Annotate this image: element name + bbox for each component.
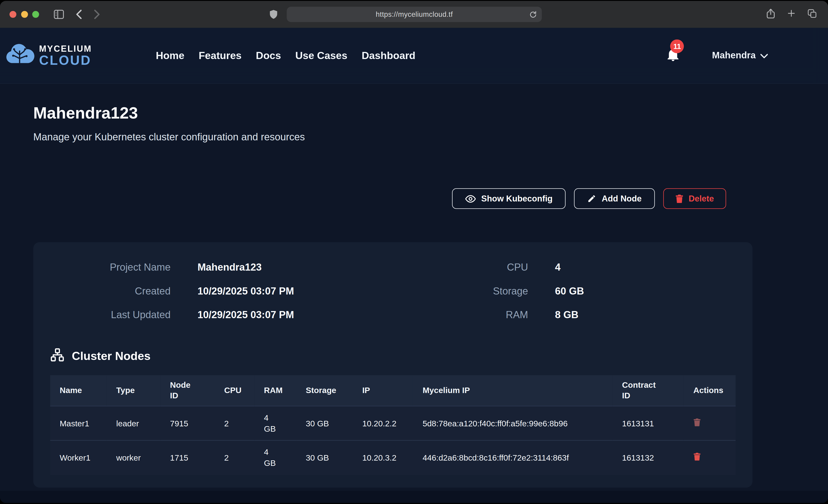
share-icon[interactable] [766, 8, 775, 21]
col-header-ram: RAM [254, 375, 296, 406]
cell-ram: 4 GB [254, 406, 296, 440]
notifications-button[interactable]: 11 [667, 48, 679, 64]
minimize-window-button[interactable] [21, 11, 28, 18]
logo-text: MYCELIUM CLOUD [39, 44, 92, 67]
cell-node-id: 7915 [160, 406, 215, 440]
cell-storage: 30 GB [296, 406, 353, 440]
chevron-down-icon [760, 50, 768, 61]
created-label: Created [50, 283, 170, 299]
col-header-cpu: CPU [215, 375, 254, 406]
sidebar-toggle-icon[interactable] [53, 9, 64, 19]
col-header-storage: Storage [296, 375, 353, 406]
site-header: MYCELIUM CLOUD Home Features Docs Use Ca… [0, 28, 828, 84]
nodes-table: Name Type Node ID CPU RAM Storage IP Myc… [50, 375, 736, 474]
cell-cpu: 2 [215, 406, 254, 440]
close-window-button[interactable] [9, 11, 16, 18]
reload-icon[interactable] [529, 10, 537, 21]
cell-actions [684, 406, 736, 440]
table-row-worker1: Worker1 worker 1715 2 4 GB 30 GB 10.20.3… [50, 440, 736, 474]
cpu-label: CPU [371, 259, 528, 276]
zoom-window-button[interactable] [32, 11, 39, 18]
cpu-value: 4 [528, 259, 736, 276]
cell-type: worker [107, 440, 160, 474]
cluster-nodes-title: Cluster Nodes [72, 349, 151, 363]
cluster-actions-row: Show Kubeconfig Add Node Delete [33, 188, 828, 209]
nav-item-home[interactable]: Home [156, 49, 184, 61]
add-node-label: Add Node [602, 194, 641, 203]
cell-storage: 30 GB [296, 440, 353, 474]
cell-mycelium-ip: 5d8:78ea:a120:f40c:ff0f:a5fe:99e6:8b96 [413, 406, 613, 440]
user-menu[interactable]: Mahendra [712, 50, 768, 61]
nav-item-docs[interactable]: Docs [256, 49, 281, 61]
cell-node-id: 1715 [160, 440, 215, 474]
delete-label: Delete [689, 194, 714, 203]
cell-contract-id: 1613131 [613, 406, 684, 440]
browser-nav-buttons [53, 9, 100, 19]
eye-icon [465, 194, 476, 203]
privacy-shield-icon[interactable] [270, 10, 277, 21]
browser-window: https://myceliumcloud.tf [0, 1, 828, 503]
col-header-mycelium-ip: Mycelium IP [413, 375, 613, 406]
tab-overview-icon[interactable] [807, 8, 817, 20]
traffic-lights [9, 11, 39, 18]
project-name-label: Project Name [50, 259, 170, 276]
cluster-nodes-heading: Cluster Nodes [50, 348, 736, 364]
last-updated-value: 10/29/2025 03:07 PM [170, 306, 371, 323]
col-header-type: Type [107, 375, 160, 406]
page-footer [0, 491, 828, 503]
ram-label: RAM [371, 306, 528, 323]
back-button-icon[interactable] [76, 9, 83, 19]
notification-badge: 11 [670, 40, 684, 53]
logo-line1: MYCELIUM [39, 44, 92, 53]
col-header-actions: Actions [684, 375, 736, 406]
cell-ram: 4 GB [254, 440, 296, 474]
nav-item-dashboard[interactable]: Dashboard [362, 49, 415, 61]
cell-contract-id: 1613132 [613, 440, 684, 474]
forward-button-icon[interactable] [93, 9, 100, 19]
delete-cluster-button[interactable]: Delete [663, 188, 726, 209]
page-title: Mahendra123 [33, 103, 828, 123]
logo-line2: CLOUD [39, 54, 92, 67]
storage-label: Storage [371, 283, 528, 299]
storage-value: 60 GB [528, 283, 736, 299]
new-tab-icon[interactable] [787, 9, 796, 20]
page-content: Mahendra123 Manage your Kubernetes clust… [0, 28, 828, 503]
created-value: 10/29/2025 03:07 PM [170, 283, 371, 299]
pencil-icon [587, 194, 596, 203]
cell-name: Worker1 [50, 440, 107, 474]
network-nodes-icon [50, 348, 64, 364]
nodes-table-header-row: Name Type Node ID CPU RAM Storage IP Myc… [50, 375, 736, 406]
cell-ip: 10.20.3.2 [353, 440, 413, 474]
delete-node-icon[interactable] [693, 452, 701, 462]
mycelium-cloud-logo[interactable]: MYCELIUM CLOUD [5, 42, 92, 69]
bell-icon [667, 54, 679, 63]
nav-item-features[interactable]: Features [199, 49, 242, 61]
nav-item-use-cases[interactable]: Use Cases [295, 49, 347, 61]
col-header-node-id: Node ID [160, 375, 215, 406]
cell-cpu: 2 [215, 440, 254, 474]
main-nav: Home Features Docs Use Cases Dashboard [156, 49, 415, 61]
project-name-value: Mahendra123 [170, 259, 371, 276]
last-updated-label: Last Updated [50, 306, 170, 323]
ram-value: 8 GB [528, 306, 736, 323]
user-name: Mahendra [712, 50, 756, 61]
cluster-details: Project Name Mahendra123 CPU 4 Created 1… [50, 259, 736, 323]
col-header-contract-id: Contract ID [613, 375, 684, 406]
page: Mahendra123 Manage your Kubernetes clust… [0, 28, 828, 503]
cloud-logo-icon [5, 42, 35, 69]
col-header-ip: IP [353, 375, 413, 406]
stage: https://myceliumcloud.tf [0, 1, 828, 504]
add-node-button[interactable]: Add Node [574, 188, 655, 209]
cell-ip: 10.20.2.2 [353, 406, 413, 440]
delete-node-icon[interactable] [693, 418, 701, 428]
address-bar[interactable]: https://myceliumcloud.tf [287, 7, 542, 22]
col-header-name: Name [50, 375, 107, 406]
cluster-info-card: Project Name Mahendra123 CPU 4 Created 1… [33, 242, 753, 487]
show-kubeconfig-button[interactable]: Show Kubeconfig [452, 188, 566, 209]
trash-icon [675, 194, 683, 203]
url-text: https://myceliumcloud.tf [376, 10, 453, 18]
cell-mycelium-ip: 446:d2a6:8bcd:8c16:ff0f:72e2:3114:863f [413, 440, 613, 474]
header-right: 11 Mahendra [667, 48, 828, 64]
page-subtitle: Manage your Kubernetes cluster configura… [33, 131, 828, 143]
show-kubeconfig-label: Show Kubeconfig [481, 194, 552, 203]
